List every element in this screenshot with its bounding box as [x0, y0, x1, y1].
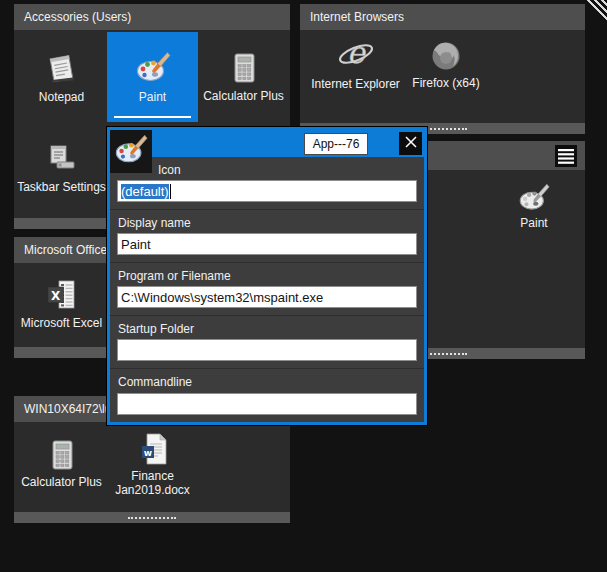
app-edit-dialog: App---76 Icon (default) Display name Pai… [107, 127, 427, 425]
field-icon: Icon (default) [110, 157, 424, 210]
paint-icon [135, 50, 171, 86]
calculator-icon [45, 438, 79, 472]
tile-label: Paint [139, 91, 166, 105]
tile-label: Taskbar Settings [17, 181, 106, 195]
tile-internet-explorer[interactable]: e Internet Explorer [308, 29, 403, 97]
tile-label: Notepad [39, 91, 84, 105]
tile-label: Calculator Plus [203, 90, 284, 104]
field-commandline: Commandline [110, 369, 424, 422]
dialog-titlebar[interactable]: App---76 [110, 130, 424, 157]
tile-paint-gray[interactable]: Paint [494, 179, 574, 234]
firefox-icon [427, 36, 465, 74]
tile-label: Microsoft Excel [21, 317, 102, 331]
notepad-icon [44, 50, 80, 86]
group-title: Internet Browsers [310, 10, 404, 24]
program-input[interactable]: C:\Windows\system32\mspaint.exe [117, 286, 417, 308]
calculator-icon [227, 51, 261, 85]
tile-microsoft-excel[interactable]: X Microsoft Excel [16, 264, 107, 344]
resize-grip-icon[interactable] [586, 0, 607, 21]
group-header-accessories[interactable]: Accessories (Users) [14, 4, 290, 30]
tile-firefox[interactable]: Firefox (x64) [400, 29, 492, 97]
excel-icon: X [44, 277, 80, 313]
field-label: Commandline [118, 375, 192, 389]
tile-taskbar-settings[interactable]: Taskbar Settings [16, 122, 107, 212]
field-label: Display name [118, 216, 191, 230]
group-title: Microsoft Office [24, 243, 107, 257]
field-display-name: Display name Paint [110, 210, 424, 263]
selected-text: (default) [121, 184, 169, 199]
group-title: Accessories (Users) [24, 10, 131, 24]
tile-label: Finance Jan2019.docx [107, 470, 198, 498]
display-name-input[interactable]: Paint [117, 233, 417, 255]
tile-finance-docx[interactable]: w Finance Jan2019.docx [107, 422, 198, 506]
tile-notepad[interactable]: Notepad [16, 32, 107, 122]
commandline-input[interactable] [117, 393, 417, 415]
close-button[interactable] [399, 132, 422, 155]
tile-calculator-plus[interactable]: Calculator Plus [198, 32, 289, 122]
hamburger-menu-icon[interactable] [555, 145, 577, 167]
field-program: Program or Filename C:\Windows\system32\… [110, 263, 424, 316]
icon-input[interactable]: (default) [117, 180, 417, 202]
group-header-internet-browsers[interactable]: Internet Browsers [300, 4, 585, 30]
internet-explorer-icon: e [336, 35, 376, 75]
group-resize-handle[interactable] [14, 512, 290, 523]
field-label: Program or Filename [118, 269, 231, 283]
paint-gray-icon [518, 182, 550, 214]
focus-underline [114, 116, 191, 118]
svg-text:X: X [51, 289, 61, 303]
group-title: WIN10X64I72\lus [24, 402, 117, 416]
dialog-app-icon-button[interactable] [110, 130, 152, 173]
tile-label: Paint [520, 217, 547, 231]
field-startup-folder: Startup Folder [110, 316, 424, 369]
field-label: Startup Folder [118, 322, 194, 336]
launcher-window: Accessories (Users) Notepad [0, 0, 607, 572]
text-caret [170, 184, 171, 199]
tile-label: Calculator Plus [21, 476, 102, 490]
svg-text:w: w [143, 447, 151, 457]
startup-folder-input[interactable] [117, 339, 417, 361]
taskbar-settings-icon [44, 140, 80, 176]
close-x-icon [403, 134, 419, 154]
field-label: Icon [158, 163, 181, 177]
paint-icon [114, 133, 148, 171]
drag-dots-icon [128, 517, 176, 519]
group-internet-browsers: Internet Browsers e Internet Explorer Fi… [300, 4, 585, 134]
dialog-title: App---76 [304, 133, 368, 155]
svg-text:e: e [347, 35, 367, 70]
tile-calculator-plus-2[interactable]: Calculator Plus [16, 422, 107, 506]
tile-paint-selected[interactable]: Paint [107, 32, 198, 122]
tile-label: Internet Explorer [311, 78, 400, 92]
tile-label: Firefox (x64) [412, 77, 479, 91]
word-document-icon: w [135, 431, 171, 467]
